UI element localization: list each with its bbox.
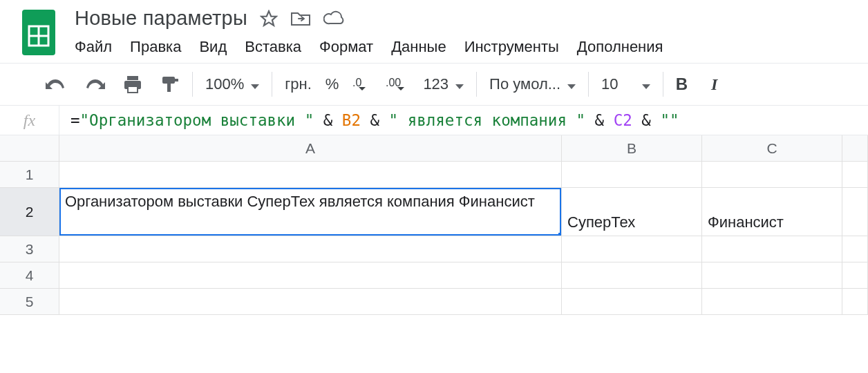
cell-a2[interactable]: Организатором выставки СуперТех является… [59, 188, 562, 236]
decrease-decimal-button[interactable]: .0 [352, 75, 372, 93]
cell-a3[interactable] [59, 236, 562, 262]
menu-data[interactable]: Данные [391, 38, 446, 56]
column-header-a[interactable]: A [59, 135, 562, 161]
cell-b1[interactable] [562, 162, 702, 187]
font-dropdown[interactable]: По умол... [489, 75, 576, 93]
cell-c5[interactable] [702, 289, 842, 314]
column-header-b[interactable]: B [562, 135, 702, 161]
row-header-1[interactable]: 1 [0, 162, 59, 187]
document-title[interactable]: Новые параметры [75, 7, 247, 30]
menu-insert[interactable]: Вставка [245, 38, 301, 56]
zoom-value: 100% [205, 75, 244, 93]
spreadsheet-grid: A B C 1 2 Организатором выставки СуперТе… [0, 135, 868, 315]
caret-down-icon [251, 84, 259, 89]
redo-button[interactable] [84, 77, 105, 92]
cell-a1[interactable] [59, 162, 562, 187]
font-name: По умол... [489, 75, 560, 93]
cell-d2[interactable] [842, 188, 868, 236]
column-header-d[interactable] [842, 135, 868, 161]
caret-down-icon [455, 84, 464, 89]
formula-amp-2: & [361, 111, 389, 129]
select-all-corner[interactable] [0, 135, 59, 161]
svg-rect-8 [162, 77, 175, 84]
print-button[interactable] [123, 75, 142, 93]
column-header-c[interactable]: C [702, 135, 842, 161]
cell-d3[interactable] [842, 236, 868, 262]
cell-a4[interactable] [59, 262, 562, 288]
svg-rect-5 [127, 76, 138, 80]
formula-string-1: "Организатором выставки " [80, 111, 314, 129]
increase-decimal-button[interactable]: .00 [386, 75, 409, 93]
formula-eq: = [70, 111, 80, 129]
svg-marker-4 [261, 11, 276, 26]
formula-amp-3: & [585, 111, 614, 129]
cell-c3[interactable] [702, 236, 842, 262]
sheets-logo[interactable] [21, 8, 57, 57]
paint-format-button[interactable] [160, 75, 180, 93]
cell-a5[interactable] [59, 289, 562, 314]
fx-label[interactable]: fx [0, 106, 59, 135]
currency-button[interactable]: грн. [285, 75, 312, 93]
toolbar: 100% грн. % .0 .00 123 По умол... 10 B I [0, 64, 868, 105]
formula-string-3: "" [660, 111, 679, 129]
number-format-dropdown[interactable]: 123 [423, 75, 464, 93]
caret-down-icon [567, 84, 576, 89]
font-size-dropdown[interactable]: 10 [601, 75, 650, 93]
cloud-status-icon[interactable] [323, 10, 346, 27]
formula-amp-4: & [632, 111, 661, 129]
menu-file[interactable]: Файл [75, 38, 112, 56]
menu-view[interactable]: Вид [199, 38, 227, 56]
number-format-label: 123 [423, 75, 449, 93]
formula-input[interactable]: ="Организатором выставки " & B2 & " явля… [59, 111, 679, 129]
svg-rect-10 [167, 84, 171, 92]
cell-d4[interactable] [842, 262, 868, 288]
svg-rect-9 [175, 79, 178, 82]
menu-format[interactable]: Формат [319, 38, 373, 56]
row-header-5[interactable]: 5 [0, 289, 59, 314]
cell-c4[interactable] [702, 262, 842, 288]
cell-a2-value: Организатором выставки СуперТех является… [65, 192, 535, 211]
row-header-4[interactable]: 4 [0, 262, 59, 288]
cell-c2-value: Финансист [708, 213, 784, 231]
caret-down-icon [642, 84, 650, 89]
move-to-folder-icon[interactable] [290, 10, 311, 27]
italic-button[interactable]: I [711, 75, 717, 94]
formula-ref-c2: C2 [614, 111, 632, 129]
row-header-2[interactable]: 2 [0, 188, 59, 236]
svg-text:.0: .0 [352, 77, 361, 88]
zoom-dropdown[interactable]: 100% [205, 75, 259, 93]
menu-addons[interactable]: Дополнения [577, 38, 663, 56]
cell-d1[interactable] [842, 162, 868, 187]
menu-bar: Файл Правка Вид Вставка Формат Данные Ин… [72, 34, 666, 63]
cell-c1[interactable] [702, 162, 842, 187]
star-icon[interactable] [260, 10, 278, 28]
cell-b2[interactable]: СуперТех [562, 188, 702, 236]
menu-edit[interactable]: Правка [130, 38, 181, 56]
cell-b3[interactable] [562, 236, 702, 262]
undo-button[interactable] [46, 77, 66, 92]
formula-amp-1: & [314, 111, 342, 129]
row-header-3[interactable]: 3 [0, 236, 59, 262]
cell-d5[interactable] [842, 289, 868, 314]
cell-b4[interactable] [562, 262, 702, 288]
cell-b2-value: СуперТех [567, 213, 635, 231]
cell-c2[interactable]: Финансист [702, 188, 842, 236]
bold-button[interactable]: B [676, 75, 692, 94]
formula-string-2: " является компания " [389, 111, 585, 129]
formula-bar: fx ="Организатором выставки " & B2 & " я… [0, 105, 868, 135]
header: Новые параметры [0, 0, 868, 63]
svg-text:.00: .00 [386, 77, 401, 88]
cell-b5[interactable] [562, 289, 702, 314]
percent-button[interactable]: % [326, 75, 339, 93]
selection-handle[interactable] [558, 233, 562, 236]
font-size-value: 10 [601, 75, 618, 93]
formula-ref-b2: B2 [342, 111, 361, 129]
svg-rect-7 [128, 86, 138, 93]
menu-tools[interactable]: Инструменты [464, 38, 559, 56]
